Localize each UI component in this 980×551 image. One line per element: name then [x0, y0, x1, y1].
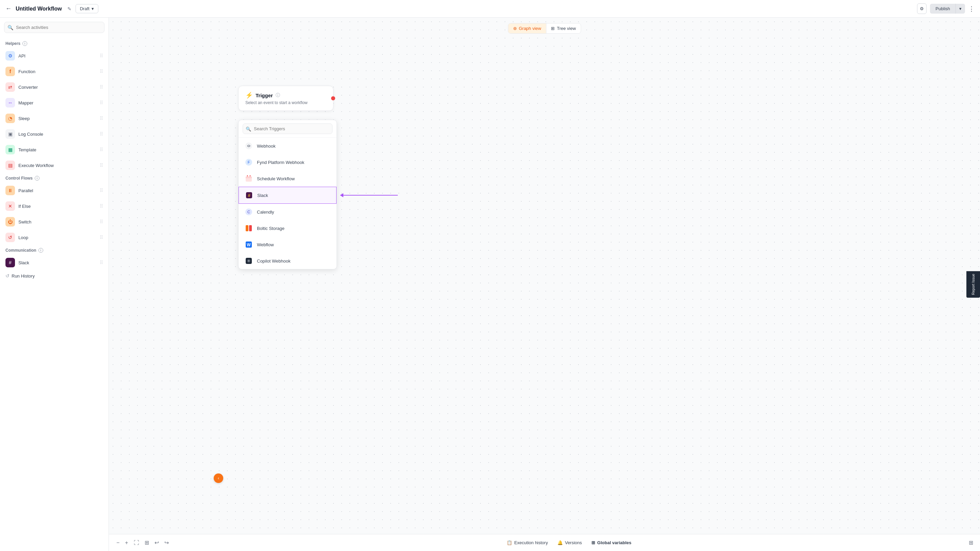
graph-view-label: Graph view: [519, 26, 541, 31]
versions-button[interactable]: 🔔 Versions: [553, 538, 586, 547]
search-icon: 🔍: [8, 25, 13, 30]
boltic-storage-icon: [244, 224, 253, 233]
draft-button[interactable]: Draft ▾: [76, 4, 98, 13]
zoom-in-button[interactable]: +: [123, 538, 130, 547]
sidebar-item-slack[interactable]: # Slack ⠿: [0, 255, 108, 270]
global-variables-button[interactable]: ⊞ Global variables: [587, 538, 635, 547]
redo-button[interactable]: ↪: [162, 538, 171, 547]
sidebar-item-if-else[interactable]: ✕ If Else ⠿: [0, 198, 108, 214]
global-variables-label: Global variables: [597, 540, 631, 545]
versions-label: Versions: [565, 540, 582, 545]
bottom-right: ⊞: [967, 538, 975, 547]
sidebar-item-parallel[interactable]: ⏸ Parallel ⠿: [0, 183, 108, 198]
graph-view-icon: ⊛: [513, 26, 517, 31]
fullscreen-button[interactable]: ⛶: [132, 538, 141, 547]
main-layout: 🔍 Helpers i ⚙ API ⠿ f Function ⠿ ⇄ Conve…: [0, 18, 980, 551]
sidebar-item-parallel-left: ⏸ Parallel: [5, 186, 33, 195]
sidebar-item-execute-left: ▤ Execute Workflow: [5, 160, 54, 170]
topbar-right: ⚙ Publish ▾ ⋮: [917, 3, 975, 14]
report-issue-button[interactable]: Report Issue: [966, 271, 980, 298]
sleep-label: Sleep: [18, 116, 30, 121]
zoom-out-button[interactable]: −: [115, 538, 121, 547]
search-box: 🔍: [4, 22, 105, 33]
svg-text:F: F: [248, 160, 250, 164]
execution-history-button[interactable]: 📋 Execution history: [503, 538, 552, 547]
sidebar-item-switch[interactable]: ⏻ Switch ⠿: [0, 214, 108, 230]
sidebar-collapse-button[interactable]: ‹: [214, 473, 223, 483]
publish-main-button[interactable]: Publish: [930, 4, 956, 14]
arrow-annotation: [340, 193, 398, 197]
svg-rect-12: [249, 225, 252, 231]
sidebar-item-slack-left: # Slack: [5, 258, 29, 267]
trigger-webflow[interactable]: W Webflow: [239, 237, 337, 253]
publish-dropdown-button[interactable]: ▾: [956, 4, 965, 14]
communication-label: Communication: [5, 248, 37, 253]
sidebar-item-template[interactable]: ▦ Template ⠿: [0, 142, 108, 157]
sidebar-item-if-else-left: ✕ If Else: [5, 202, 30, 211]
canvas-area: ⊛ Graph view ⊞ Tree view ⚡ Trigger ⓘ Sel…: [109, 18, 980, 551]
trigger-info-icon: ⓘ: [275, 92, 280, 98]
slack-drag-icon: ⠿: [100, 260, 103, 265]
copilot-webhook-label: Copilot Webhook: [257, 259, 291, 264]
sidebar-item-api-left: ⚙ API: [5, 51, 25, 60]
page-title: Untitled Workflow: [16, 6, 62, 12]
dropdown-search-icon: 🔍: [246, 126, 251, 131]
svg-rect-11: [246, 225, 248, 231]
helpers-info-icon[interactable]: i: [22, 41, 27, 46]
template-drag-icon: ⠿: [100, 147, 103, 152]
sidebar-item-api[interactable]: ⚙ API ⠿: [0, 48, 108, 64]
svg-point-0: [245, 143, 252, 149]
sidebar-item-function-left: f Function: [5, 67, 35, 76]
tree-view-button[interactable]: ⊞ Tree view: [546, 24, 581, 33]
trigger-subtitle: Select an event to start a workflow: [245, 100, 326, 105]
trigger-copilot-webhook[interactable]: Copilot Webhook: [239, 253, 337, 269]
slack-trigger-icon: #: [244, 191, 254, 200]
trigger-schedule-workflow[interactable]: Schedule Workflow: [239, 170, 337, 187]
sidebar-item-loop[interactable]: ↺ Loop ⠿: [0, 230, 108, 245]
trigger-boltic-storage[interactable]: Boltic Storage: [239, 220, 337, 237]
mapper-label: Mapper: [18, 100, 33, 105]
run-history[interactable]: ↺ Run History: [0, 270, 108, 281]
sidebar-item-converter[interactable]: ⇄ Converter ⠿: [0, 79, 108, 95]
back-button[interactable]: ←: [5, 5, 11, 12]
slack-sidebar-label: Slack: [18, 260, 29, 265]
trigger-slack[interactable]: # Slack: [239, 187, 337, 204]
execute-workflow-label: Execute Workflow: [18, 163, 54, 168]
control-flows-section-header: Control Flows i: [0, 173, 108, 183]
execution-history-label: Execution history: [514, 540, 548, 545]
sidebar-item-log-console[interactable]: ▣ Log Console ⠿: [0, 126, 108, 142]
more-icon: ⋮: [969, 5, 975, 13]
edit-icon[interactable]: ✎: [67, 6, 72, 11]
control-flows-info-icon[interactable]: i: [35, 176, 40, 181]
if-else-drag-icon: ⠿: [100, 203, 103, 209]
trigger-fynd-webhook[interactable]: F Fynd Platform Webhook: [239, 154, 337, 170]
sidebar-item-mapper[interactable]: ↔ Mapper ⠿: [0, 95, 108, 111]
more-options-button[interactable]: ⋮: [969, 5, 975, 13]
calendly-label: Calendly: [257, 210, 274, 214]
trigger-webhook[interactable]: Webhook: [239, 138, 337, 154]
search-triggers-input[interactable]: [243, 124, 332, 134]
sidebar-item-function[interactable]: f Function ⠿: [0, 64, 108, 79]
communication-info-icon[interactable]: i: [38, 248, 43, 253]
undo-icon: ↩: [154, 540, 159, 546]
sidebar-item-execute-workflow[interactable]: ▤ Execute Workflow ⠿: [0, 157, 108, 173]
loop-icon: ↺: [5, 233, 15, 242]
mapper-icon: ↔: [5, 98, 15, 108]
sidebar-item-sleep[interactable]: ◔ Sleep ⠿: [0, 111, 108, 126]
sleep-icon: ◔: [5, 114, 15, 123]
svg-text:#: #: [248, 193, 250, 198]
grid-view-button[interactable]: ⊞: [967, 538, 975, 547]
connect-button[interactable]: ⊞: [143, 538, 151, 547]
undo-button[interactable]: ↩: [153, 538, 161, 547]
connect-icon: ⊞: [145, 540, 149, 546]
log-console-label: Log Console: [18, 132, 43, 137]
helpers-label: Helpers: [5, 41, 21, 46]
trigger-card[interactable]: ⚡ Trigger ⓘ Select an event to start a w…: [238, 86, 334, 111]
settings-button[interactable]: ⚙: [917, 3, 927, 14]
svg-rect-5: [250, 175, 250, 176]
mapper-drag-icon: ⠿: [100, 100, 103, 105]
dropdown-search-area: 🔍: [239, 120, 337, 138]
trigger-calendly[interactable]: C Calendly: [239, 204, 337, 220]
graph-view-button[interactable]: ⊛ Graph view: [508, 24, 546, 33]
search-input[interactable]: [4, 22, 105, 33]
